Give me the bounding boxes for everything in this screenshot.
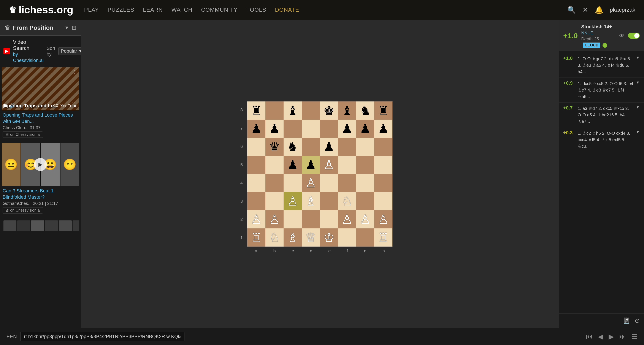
notebook-icon[interactable]: 📓 bbox=[623, 317, 630, 324]
eye-icon[interactable]: 👁 bbox=[619, 32, 624, 39]
chess-square[interactable] bbox=[338, 138, 356, 156]
close-icon[interactable]: ✕ bbox=[582, 6, 588, 14]
chess-square[interactable]: ♙ bbox=[247, 210, 266, 228]
chess-square[interactable]: ♟ bbox=[374, 120, 392, 138]
chess-square[interactable] bbox=[247, 174, 266, 192]
video-thumbnail-1[interactable]: ⋮ Opening Traps and Lo... ▶ 🔊 CC YouTube… bbox=[2, 67, 79, 110]
chess-square[interactable] bbox=[266, 192, 284, 210]
fullscreen-icon[interactable]: ⛶ bbox=[72, 102, 76, 107]
fen-input[interactable] bbox=[20, 332, 184, 341]
sort-dropdown[interactable]: Popular ▼ bbox=[58, 47, 81, 55]
target-icon[interactable]: ⊙ bbox=[635, 317, 640, 324]
line-arrow-3[interactable]: ▼ bbox=[636, 105, 640, 110]
thumb-2[interactable] bbox=[17, 220, 30, 231]
chess-square[interactable]: ♖ bbox=[374, 228, 392, 246]
chess-square[interactable] bbox=[338, 174, 356, 192]
chess-square[interactable] bbox=[266, 174, 284, 192]
chess-square[interactable]: ♖ bbox=[247, 228, 266, 246]
chess-square[interactable]: ♙ bbox=[338, 210, 356, 228]
chess-square[interactable]: ♗ bbox=[284, 228, 302, 246]
chess-square[interactable] bbox=[266, 156, 284, 174]
line-arrow-1[interactable]: ▼ bbox=[636, 56, 640, 60]
chess-square[interactable] bbox=[302, 102, 320, 120]
nav-community[interactable]: COMMUNITY bbox=[201, 6, 238, 13]
chess-square[interactable]: ♟ bbox=[284, 156, 302, 174]
engine-toggle[interactable] bbox=[628, 32, 640, 39]
chess-square[interactable]: ♔ bbox=[320, 228, 338, 246]
chessvision-badge-1[interactable]: 🖥 on Chessvision.ai bbox=[2, 132, 43, 138]
skip-back-icon[interactable]: ⏮ bbox=[586, 332, 593, 340]
thumb-5[interactable] bbox=[59, 220, 72, 231]
chess-square[interactable] bbox=[338, 228, 356, 246]
video-thumbnail-2[interactable]: 😐 😊 😀 😶 ▶ bbox=[2, 143, 79, 186]
chess-square[interactable]: ♞ bbox=[284, 138, 302, 156]
chess-square[interactable]: ♜ bbox=[247, 102, 266, 120]
play-button[interactable]: ▶ bbox=[34, 158, 47, 171]
chess-square[interactable]: ♕ bbox=[302, 228, 320, 246]
nav-donate[interactable]: DONATE bbox=[275, 6, 299, 13]
chess-square[interactable] bbox=[320, 192, 338, 210]
chess-square[interactable] bbox=[374, 156, 392, 174]
nav-tools[interactable]: TOOLS bbox=[246, 6, 266, 13]
chess-square[interactable] bbox=[247, 156, 266, 174]
chess-square[interactable]: ♙ bbox=[302, 174, 320, 192]
chess-square[interactable]: ♟ bbox=[302, 156, 320, 174]
skip-fwd-icon[interactable]: ⏭ bbox=[619, 332, 626, 340]
list-item[interactable]: ⋮ Opening Traps and Lo... ▶ 🔊 CC YouTube… bbox=[2, 67, 79, 138]
chess-square[interactable]: ♙ bbox=[320, 156, 338, 174]
chess-square[interactable]: ♟ bbox=[338, 120, 356, 138]
menu-icon[interactable]: ☰ bbox=[631, 332, 638, 341]
chess-square[interactable]: ♙ bbox=[284, 192, 302, 210]
line-arrow-2[interactable]: ▼ bbox=[636, 80, 640, 85]
chess-square[interactable]: ♘ bbox=[338, 192, 356, 210]
chess-square[interactable] bbox=[356, 174, 374, 192]
chess-square[interactable] bbox=[356, 156, 374, 174]
user-profile[interactable]: pkacprzak bbox=[610, 6, 636, 13]
volume-icon[interactable]: 🔊 bbox=[9, 103, 15, 108]
thumb-4[interactable] bbox=[45, 220, 58, 231]
nav-puzzles[interactable]: PUZZLES bbox=[108, 6, 134, 13]
chess-square[interactable] bbox=[320, 210, 338, 228]
chess-square[interactable]: ♛ bbox=[266, 138, 284, 156]
list-item[interactable]: 😐 😊 😀 😶 ▶ Can bbox=[2, 143, 79, 214]
chessboard[interactable]: ♜♝♚♝♞♜♟♟♟♟♟♛♞♟♟♟♙♙♙♗♘♙♙♙♙♙♖♘♗♕♔♖ bbox=[247, 101, 393, 247]
chess-square[interactable] bbox=[247, 192, 266, 210]
chess-square[interactable]: ♜ bbox=[374, 102, 392, 120]
chess-square[interactable] bbox=[266, 102, 284, 120]
chess-square[interactable] bbox=[374, 174, 392, 192]
bell-icon[interactable]: 🔔 bbox=[595, 6, 604, 14]
chess-square[interactable] bbox=[338, 156, 356, 174]
chess-square[interactable]: ♟ bbox=[247, 120, 266, 138]
nav-play[interactable]: PLAY bbox=[84, 6, 99, 13]
line-arrow-4[interactable]: ▼ bbox=[636, 130, 640, 134]
chess-square[interactable] bbox=[356, 228, 374, 246]
chess-square[interactable]: ♚ bbox=[320, 102, 338, 120]
thumb-6[interactable] bbox=[72, 220, 79, 231]
play-icon[interactable]: ▶ bbox=[4, 103, 7, 108]
prev-icon[interactable]: ◀ bbox=[598, 332, 604, 341]
chess-square[interactable]: ♙ bbox=[374, 210, 392, 228]
nav-watch[interactable]: WATCH bbox=[172, 6, 192, 13]
chess-square[interactable] bbox=[247, 138, 266, 156]
chess-square[interactable]: ♞ bbox=[356, 102, 374, 120]
chess-square[interactable] bbox=[284, 174, 302, 192]
nav-learn[interactable]: LEARN bbox=[143, 6, 163, 13]
chess-square[interactable]: ♙ bbox=[266, 210, 284, 228]
thumb-1[interactable] bbox=[4, 220, 16, 231]
chess-square[interactable] bbox=[302, 138, 320, 156]
search-icon[interactable]: 🔍 bbox=[567, 6, 576, 14]
thumb-3[interactable] bbox=[31, 220, 44, 231]
chessvision-badge-2[interactable]: 🖥 on Chessvision.ai bbox=[2, 207, 43, 214]
chess-square[interactable] bbox=[356, 138, 374, 156]
chess-square[interactable] bbox=[284, 210, 302, 228]
sidebar-dropdown-icon[interactable]: ▼ bbox=[64, 25, 69, 31]
chess-square[interactable] bbox=[374, 192, 392, 210]
chess-square[interactable]: ♝ bbox=[338, 102, 356, 120]
chess-square[interactable]: ♙ bbox=[356, 210, 374, 228]
sidebar-expand-icon[interactable]: ⊞ bbox=[72, 24, 76, 31]
chess-square[interactable] bbox=[320, 174, 338, 192]
chess-square[interactable]: ♗ bbox=[302, 192, 320, 210]
chess-square[interactable]: ♟ bbox=[320, 138, 338, 156]
chess-square[interactable] bbox=[302, 120, 320, 138]
chess-square[interactable]: ♝ bbox=[284, 102, 302, 120]
